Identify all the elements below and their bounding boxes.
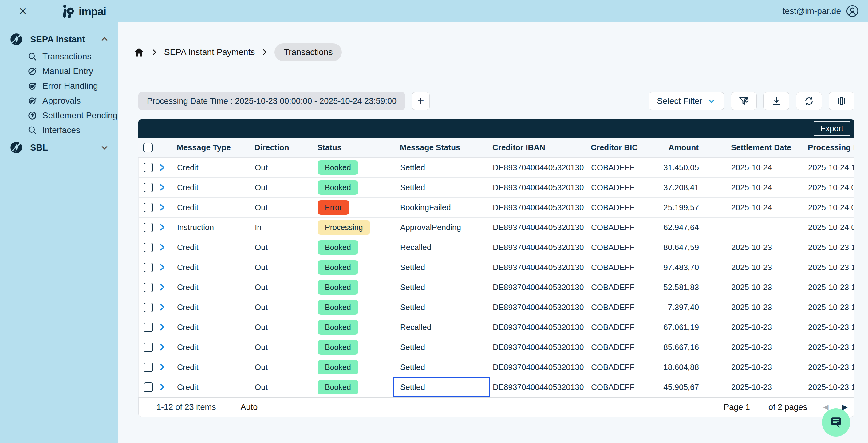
cell-message-status[interactable]: BookingFailed	[394, 197, 490, 217]
select-filter-dropdown[interactable]: Select Filter	[649, 92, 724, 110]
row-checkbox[interactable]	[144, 343, 153, 352]
expand-row-icon[interactable]	[158, 243, 166, 252]
cell-creditor-iban: DE89370400440532013000	[490, 337, 584, 357]
total-pages-label: of 2 pages	[761, 403, 815, 412]
cell-creditor-bic: COBADEFF	[584, 178, 645, 197]
page-size-select[interactable]: Auto	[241, 403, 258, 412]
row-checkbox[interactable]	[144, 382, 153, 392]
expand-row-icon[interactable]	[158, 323, 166, 331]
cell-creditor-bic: COBADEFF	[584, 238, 645, 257]
cell-message-status[interactable]: Settled	[394, 297, 490, 317]
sidebar-section-sepa-instant[interactable]: SEPA Instant	[0, 30, 118, 49]
cell-creditor-iban: DE89370400440532013000	[490, 297, 584, 317]
row-checkbox[interactable]	[144, 243, 153, 252]
cell-message-status[interactable]: Recalled	[394, 238, 490, 257]
cell-message-status[interactable]: Settled	[394, 277, 490, 297]
select-all-checkbox[interactable]	[143, 143, 153, 152]
cell-processing-date: 2025-10-24 12:	[798, 158, 854, 177]
expand-row-icon[interactable]	[158, 223, 166, 232]
close-icon[interactable]: ×	[19, 4, 27, 18]
row-checkbox[interactable]	[144, 263, 153, 272]
cell-message-status[interactable]: Settled	[394, 158, 490, 177]
col-message-type: Message Type	[174, 138, 249, 157]
cell-amount: 97.483,70	[645, 257, 714, 277]
cell-settlement-date: 2025-10-23	[714, 297, 798, 317]
clear-filter-button[interactable]	[731, 92, 757, 110]
cell-message-status[interactable]: Settled	[394, 337, 490, 357]
page-select[interactable]: Page 1	[713, 398, 761, 417]
cell-message-status[interactable]: Settled	[394, 377, 490, 397]
cell-processing-date: 2025-10-24 08:	[798, 197, 854, 217]
cell-settlement-date	[714, 218, 798, 237]
breadcrumb-current[interactable]: Transactions	[275, 43, 342, 61]
cell-message-status[interactable]: Settled	[394, 357, 490, 377]
cell-direction: Out	[249, 297, 310, 317]
sidebar-item-error-handling[interactable]: Error Handling	[0, 78, 118, 93]
table-row: Credit Out Booked Settled DE893704004405…	[138, 257, 854, 277]
expand-row-icon[interactable]	[158, 203, 166, 212]
cell-message-type: Credit	[175, 178, 249, 197]
expand-row-icon[interactable]	[158, 383, 166, 391]
row-checkbox[interactable]	[144, 223, 153, 232]
expand-row-icon[interactable]	[158, 183, 166, 192]
cell-message-status[interactable]: ApprovalPending	[394, 218, 490, 237]
sidebar-item-settlement-pending[interactable]: Settlement Pending	[0, 108, 118, 123]
row-checkbox[interactable]	[144, 183, 153, 192]
sidebar-item-approvals[interactable]: Approvals	[0, 93, 118, 108]
column-settings-button[interactable]	[829, 92, 855, 110]
breadcrumb-parent[interactable]: SEPA Instant Payments	[164, 47, 255, 57]
expand-row-icon[interactable]	[158, 283, 166, 291]
expand-row-icon[interactable]	[158, 363, 166, 372]
cell-creditor-iban: DE89370400440532013000	[490, 218, 584, 237]
cell-creditor-iban: DE89370400440532013000	[490, 158, 584, 177]
cell-message-status[interactable]: Settled	[394, 257, 490, 277]
col-processing-date: Processing Dat	[797, 138, 855, 157]
row-checkbox[interactable]	[144, 163, 153, 172]
cell-message-status[interactable]: Recalled	[394, 317, 490, 337]
cell-creditor-iban: DE89370400440532013000	[490, 277, 584, 297]
row-checkbox[interactable]	[144, 283, 153, 292]
cell-direction: Out	[249, 357, 310, 377]
sidebar-item-manual-entry[interactable]: Manual Entry	[0, 64, 118, 78]
home-icon[interactable]	[133, 47, 145, 58]
cell-message-type: Credit	[175, 197, 249, 217]
expand-row-icon[interactable]	[158, 163, 166, 172]
export-button[interactable]: Export	[814, 121, 850, 136]
cell-message-status[interactable]: Settled	[394, 178, 490, 197]
add-filter-button[interactable]: +	[412, 92, 430, 110]
refresh-button[interactable]	[796, 92, 822, 110]
status-badge: Booked	[317, 280, 359, 295]
table-row: Credit Out Booked Settled DE893704004405…	[138, 357, 854, 377]
cell-creditor-bic: COBADEFF	[584, 218, 645, 237]
active-filter-chip[interactable]: Processing Date Time : 2025-10-23 00:00:…	[138, 92, 405, 110]
user-avatar-icon[interactable]	[846, 5, 859, 18]
chevron-down-icon	[707, 97, 716, 105]
approve-icon	[27, 96, 37, 106]
download-button[interactable]	[764, 92, 789, 110]
chevron-down-icon[interactable]	[100, 143, 109, 152]
row-checkbox[interactable]	[144, 303, 153, 312]
cell-processing-date: 2025-10-23 11:	[798, 337, 854, 357]
cell-creditor-bic: COBADEFF	[584, 257, 645, 277]
edit-circle-icon	[27, 66, 37, 76]
sidebar-item-transactions[interactable]: Transactions	[0, 49, 118, 64]
cell-message-type: Credit	[175, 337, 249, 357]
cell-creditor-bic: COBADEFF	[584, 317, 645, 337]
expand-row-icon[interactable]	[158, 343, 166, 351]
sidebar-item-interfaces[interactable]: Interfaces	[0, 123, 118, 138]
cell-settlement-date: 2025-10-24	[714, 158, 798, 177]
row-checkbox[interactable]	[144, 362, 153, 372]
sidebar-section-sbl[interactable]: SBL	[0, 138, 118, 157]
expand-row-icon[interactable]	[158, 263, 166, 272]
chat-fab-button[interactable]	[822, 408, 850, 437]
cell-creditor-bic: COBADEFF	[584, 377, 645, 397]
lightning-icon	[9, 32, 23, 46]
chevron-up-icon[interactable]	[100, 35, 109, 44]
table-row: Credit Out Booked Settled DE893704004405…	[138, 178, 854, 197]
row-checkbox[interactable]	[144, 203, 153, 212]
row-checkbox[interactable]	[144, 323, 153, 332]
cell-processing-date: 2025-10-23 15:	[798, 238, 854, 257]
sidebar: SEPA Instant Transactions Manual Entry E…	[0, 22, 118, 443]
col-creditor-iban: Creditor IBAN	[490, 138, 584, 157]
expand-row-icon[interactable]	[158, 303, 166, 312]
